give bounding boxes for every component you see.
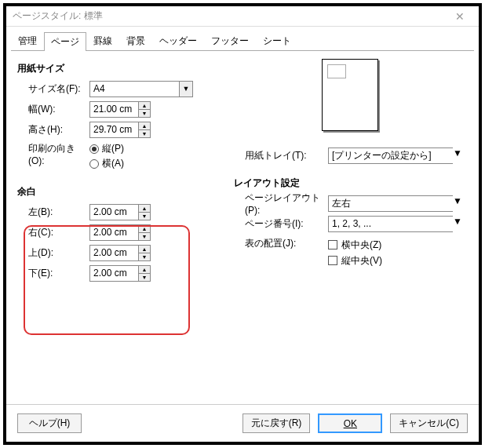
label-margin-right: 右(C): <box>17 226 89 239</box>
label-table-align: 表の配置(J): <box>234 237 328 250</box>
dialog-title: ページスタイル: 標準 <box>13 9 447 23</box>
spinner-margin-bottom[interactable]: ▲▼ <box>89 265 151 282</box>
select-page-number[interactable]: ▼ <box>328 216 449 232</box>
spinner-margin-left[interactable]: ▲▼ <box>89 204 151 220</box>
spin-down-icon[interactable]: ▼ <box>138 212 151 220</box>
chevron-down-icon[interactable]: ▼ <box>453 216 462 232</box>
select-page-layout-input[interactable] <box>328 195 453 212</box>
dialog-window: ページスタイル: 標準 ✕ 管理 ページ 罫線 背景 ヘッダー フッター シート… <box>3 3 482 445</box>
spin-up-icon[interactable]: ▲ <box>138 245 151 253</box>
label-page-number: ページ番号(I): <box>234 217 328 231</box>
spinner-width[interactable]: ▲▼ <box>89 101 151 118</box>
help-button[interactable]: ヘルプ(H) <box>17 413 82 433</box>
spinner-margin-top-input[interactable] <box>89 245 138 261</box>
spin-down-icon[interactable]: ▼ <box>138 273 151 282</box>
tab-page[interactable]: ページ <box>44 32 86 51</box>
spinner-margin-left-input[interactable] <box>89 204 138 220</box>
radio-portrait[interactable]: 縦(P) <box>89 142 124 155</box>
tab-strip: 管理 ページ 罫線 背景 ヘッダー フッター シート <box>6 27 479 50</box>
cancel-button[interactable]: キャンセル(C) <box>390 413 468 433</box>
close-icon[interactable]: ✕ <box>447 10 472 23</box>
label-size-name: サイズ名(F): <box>17 82 89 96</box>
label-margin-bottom: 下(E): <box>17 267 89 280</box>
spinner-margin-right-input[interactable] <box>89 224 138 241</box>
select-paper-tray[interactable]: ▼ <box>328 148 449 164</box>
button-bar: ヘルプ(H) 元に戻す(R) OK キャンセル(C) <box>6 404 479 442</box>
page-preview <box>322 59 378 131</box>
chevron-down-icon[interactable]: ▼ <box>453 195 462 212</box>
tab-background[interactable]: 背景 <box>119 31 152 50</box>
section-paper-size: 用紙サイズ <box>17 62 468 75</box>
tab-border[interactable]: 罫線 <box>86 31 119 50</box>
spinner-margin-top[interactable]: ▲▼ <box>89 245 151 261</box>
spinner-height-input[interactable] <box>89 122 138 138</box>
tab-manage[interactable]: 管理 <box>11 31 44 50</box>
checkbox-vert-center[interactable]: 縦中央(V) <box>328 253 382 268</box>
tab-sheet[interactable]: シート <box>256 31 298 50</box>
spin-up-icon[interactable]: ▲ <box>138 122 151 130</box>
select-page-number-input[interactable] <box>328 216 453 232</box>
spinner-margin-right[interactable]: ▲▼ <box>89 224 151 241</box>
chevron-down-icon[interactable]: ▼ <box>179 81 193 97</box>
chevron-down-icon[interactable]: ▼ <box>453 148 462 164</box>
spin-down-icon[interactable]: ▼ <box>138 109 151 118</box>
spin-up-icon[interactable]: ▲ <box>138 204 151 213</box>
radio-landscape[interactable]: 横(A) <box>89 157 124 170</box>
label-page-layout: ページレイアウト(P): <box>234 191 328 216</box>
spin-down-icon[interactable]: ▼ <box>138 253 151 261</box>
combo-size[interactable]: ▼ <box>89 81 193 97</box>
spinner-height[interactable]: ▲▼ <box>89 122 151 138</box>
reset-button[interactable]: 元に戻す(R) <box>242 413 311 433</box>
checkbox-horiz-center[interactable]: 横中央(Z) <box>328 237 382 253</box>
titlebar: ページスタイル: 標準 ✕ <box>6 6 479 27</box>
label-margin-top: 上(D): <box>17 246 89 260</box>
label-margin-left: 左(B): <box>17 206 89 219</box>
spin-up-icon[interactable]: ▲ <box>138 101 151 110</box>
ok-button[interactable]: OK <box>318 413 382 433</box>
tab-header[interactable]: ヘッダー <box>152 31 204 50</box>
content-area: 用紙サイズ サイズ名(F): ▼ 幅(W): ▲▼ 高さ(H): ▲▼ 印刷の向… <box>6 51 479 420</box>
spinner-width-input[interactable] <box>89 101 138 118</box>
label-orientation: 印刷の向き(O): <box>17 142 89 166</box>
select-paper-tray-input[interactable] <box>328 148 453 164</box>
combo-size-input[interactable] <box>89 81 179 97</box>
tab-footer[interactable]: フッター <box>204 31 256 50</box>
section-layout: レイアウト設定 <box>234 177 461 190</box>
label-height: 高さ(H): <box>17 123 89 137</box>
select-page-layout[interactable]: ▼ <box>328 195 449 212</box>
spin-up-icon[interactable]: ▲ <box>138 224 151 233</box>
spinner-margin-bottom-input[interactable] <box>89 265 138 282</box>
label-paper-tray: 用紙トレイ(T): <box>234 149 328 162</box>
spin-up-icon[interactable]: ▲ <box>138 265 151 274</box>
label-width: 幅(W): <box>17 103 89 116</box>
spin-down-icon[interactable]: ▼ <box>138 232 151 241</box>
spin-down-icon[interactable]: ▼ <box>138 129 151 138</box>
